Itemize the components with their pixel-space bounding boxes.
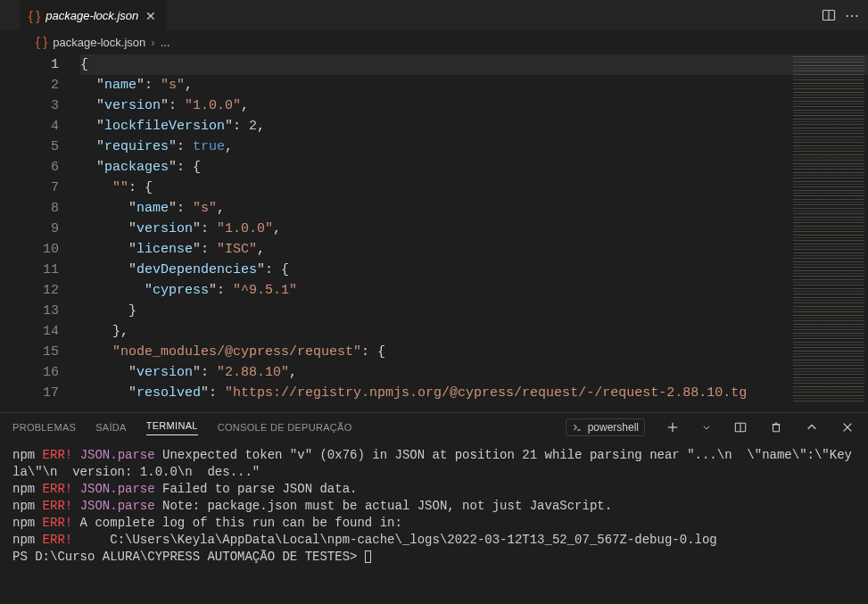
line-number: 6 bbox=[0, 157, 80, 178]
terminal-line: npm ERR! JSON.parse Failed to parse JSON… bbox=[12, 481, 856, 498]
code-line[interactable]: "lockfileVersion": 2, bbox=[80, 116, 868, 137]
panel-tab-output[interactable]: SAÍDA bbox=[95, 422, 127, 433]
code-content[interactable]: { "name": "s", "version": "1.0.0", "lock… bbox=[80, 53, 868, 412]
code-line[interactable]: "": { bbox=[80, 178, 868, 198]
line-number: 1 bbox=[0, 54, 80, 75]
json-file-icon: { } bbox=[29, 9, 40, 23]
code-line[interactable]: "devDependencies": { bbox=[80, 260, 868, 280]
terminal-line: npm ERR! C:\Users\Keyla\AppData\Local\np… bbox=[12, 532, 856, 549]
tab-bar-left-gutter bbox=[0, 0, 20, 30]
editor-tab-bar: { } package-lock.json ✕ ⋯ bbox=[0, 0, 868, 31]
line-number: 17 bbox=[0, 383, 80, 403]
code-line[interactable]: "resolved": "https://registry.npmjs.org/… bbox=[80, 383, 868, 403]
json-file-icon: { } bbox=[36, 35, 47, 49]
line-number-gutter: 1234567891011121314151617 bbox=[0, 53, 80, 412]
line-number: 9 bbox=[0, 219, 80, 239]
line-number: 12 bbox=[0, 280, 80, 301]
terminal-line: npm ERR! A complete log of this run can … bbox=[12, 515, 856, 532]
code-line[interactable]: "node_modules/@cypress/request": { bbox=[80, 342, 868, 362]
panel-tab-terminal[interactable]: TERMINAL bbox=[146, 420, 198, 435]
code-line[interactable]: }, bbox=[80, 321, 868, 342]
more-actions-icon[interactable]: ⋯ bbox=[845, 7, 859, 24]
panel-close-icon[interactable] bbox=[839, 421, 856, 434]
new-terminal-icon[interactable] bbox=[665, 421, 681, 434]
bottom-panel: PROBLEMAS SAÍDA TERMINAL CONSOLE DE DEPU… bbox=[0, 412, 868, 604]
code-line[interactable]: "version": "1.0.0", bbox=[80, 95, 868, 116]
split-editor-icon[interactable] bbox=[822, 8, 836, 22]
code-line[interactable]: "license": "ISC", bbox=[80, 239, 868, 260]
terminal-dropdown-icon[interactable] bbox=[700, 421, 713, 434]
tab-filename: package-lock.json bbox=[45, 9, 138, 22]
terminal-prompt-line[interactable]: PS D:\Curso ALURA\CYPRESS AUTOMAÇÃO DE T… bbox=[12, 549, 856, 566]
breadcrumb[interactable]: { } package-lock.json › ... bbox=[0, 31, 868, 53]
tab-close-button[interactable]: ✕ bbox=[144, 9, 158, 23]
split-terminal-icon[interactable] bbox=[732, 421, 748, 434]
code-line[interactable]: "version": "1.0.0", bbox=[80, 219, 868, 239]
line-number: 11 bbox=[0, 260, 80, 280]
terminal-line: npm ERR! JSON.parse Unexpected token "v"… bbox=[12, 447, 856, 481]
breadcrumb-more: ... bbox=[161, 36, 170, 49]
editor-area[interactable]: 1234567891011121314151617 { "name": "s",… bbox=[0, 53, 868, 412]
line-number: 10 bbox=[0, 239, 80, 260]
line-number: 16 bbox=[0, 362, 80, 383]
panel-tab-bar: PROBLEMAS SAÍDA TERMINAL CONSOLE DE DEPU… bbox=[0, 413, 868, 442]
code-line[interactable]: "name": "s", bbox=[80, 198, 868, 219]
minimap[interactable] bbox=[793, 56, 864, 404]
line-number: 15 bbox=[0, 342, 80, 362]
terminal-line: npm ERR! JSON.parse Note: package.json m… bbox=[12, 498, 856, 515]
line-number: 4 bbox=[0, 116, 80, 137]
panel-tab-problems[interactable]: PROBLEMAS bbox=[12, 422, 76, 433]
line-number: 7 bbox=[0, 178, 80, 198]
line-number: 2 bbox=[0, 75, 80, 95]
terminal-output[interactable]: npm ERR! JSON.parse Unexpected token "v"… bbox=[0, 442, 868, 604]
code-line[interactable]: "requires": true, bbox=[80, 137, 868, 157]
code-line[interactable]: "version": "2.88.10", bbox=[80, 362, 868, 383]
line-number: 14 bbox=[0, 321, 80, 342]
panel-tab-debug-console[interactable]: CONSOLE DE DEPURAÇÃO bbox=[218, 422, 352, 433]
breadcrumb-filename: package-lock.json bbox=[53, 36, 145, 49]
editor-actions: ⋯ bbox=[813, 0, 868, 30]
editor-tab-package-lock[interactable]: { } package-lock.json ✕ bbox=[20, 0, 167, 30]
code-line[interactable]: "cypress": "^9.5.1" bbox=[80, 280, 868, 301]
chevron-right-icon: › bbox=[151, 36, 154, 49]
code-line[interactable]: "packages": { bbox=[80, 157, 868, 178]
code-line[interactable]: "name": "s", bbox=[80, 75, 868, 95]
terminal-cursor bbox=[365, 550, 371, 563]
shell-name: powershell bbox=[588, 421, 639, 434]
terminal-shell-picker[interactable]: powershell bbox=[566, 418, 645, 436]
line-number: 8 bbox=[0, 198, 80, 219]
code-line[interactable]: { bbox=[80, 54, 868, 75]
code-line[interactable]: } bbox=[80, 301, 868, 321]
line-number: 5 bbox=[0, 137, 80, 157]
line-number: 3 bbox=[0, 95, 80, 116]
kill-terminal-icon[interactable] bbox=[768, 421, 784, 434]
line-number: 13 bbox=[0, 301, 80, 321]
svg-rect-7 bbox=[773, 425, 780, 432]
terminal-icon bbox=[572, 422, 583, 433]
panel-chevron-up-icon[interactable] bbox=[804, 421, 820, 434]
